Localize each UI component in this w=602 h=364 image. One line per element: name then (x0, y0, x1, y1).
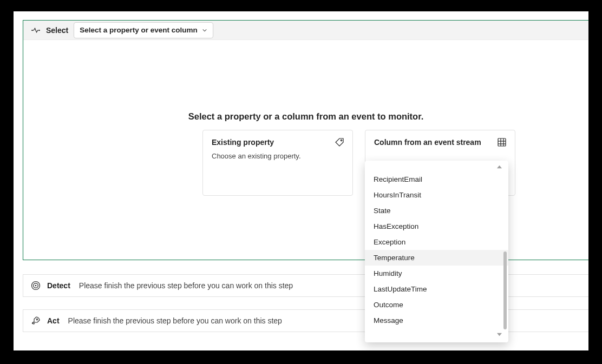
act-title: Act (47, 316, 60, 325)
existing-property-subtitle: Choose an existing property. (212, 152, 344, 160)
existing-property-title: Existing property (212, 138, 274, 147)
svg-point-11 (36, 319, 38, 320)
column-list-popover: RecipientEmailHoursInTransitStateHasExce… (365, 161, 508, 342)
select-target-dropdown[interactable]: Select a property or event column (74, 22, 213, 38)
detect-message: Please finish the previous step before y… (79, 281, 293, 290)
pulse-icon (31, 27, 41, 34)
column-option[interactable]: Temperature (365, 250, 508, 266)
chevron-down-icon (202, 28, 207, 33)
existing-property-card[interactable]: Existing property Choose an existing pro… (202, 130, 353, 196)
rocket-icon (31, 316, 41, 326)
column-option[interactable]: Humidity (365, 266, 508, 281)
column-option[interactable]: Message (365, 313, 508, 328)
column-option[interactable]: LastUpdateTime (365, 281, 508, 297)
svg-point-2 (341, 140, 342, 141)
column-option[interactable]: HoursInTransit (365, 187, 508, 203)
detect-title: Detect (47, 281, 70, 290)
scroll-up-arrow[interactable] (365, 161, 508, 171)
column-option[interactable]: State (365, 203, 508, 219)
select-headline: Select a property or a column from an ev… (23, 111, 588, 122)
column-option[interactable]: Outcome (365, 297, 508, 313)
column-option[interactable]: RecipientEmail (365, 171, 508, 187)
svg-point-1 (39, 29, 40, 30)
select-step-title: Select (46, 26, 68, 35)
select-target-dropdown-label: Select a property or event column (80, 26, 198, 34)
scroll-down-arrow[interactable] (365, 328, 508, 339)
scrollbar-thumb[interactable] (503, 252, 507, 329)
table-icon (498, 138, 506, 147)
column-option[interactable]: HasException (365, 219, 508, 234)
svg-rect-3 (498, 138, 506, 146)
svg-point-10 (35, 285, 37, 287)
select-header: Select Select a property or event column (23, 21, 588, 40)
event-stream-title: Column from an event stream (374, 138, 481, 147)
target-icon (31, 281, 41, 290)
tag-icon (335, 138, 344, 147)
column-option[interactable]: Exception (365, 234, 508, 250)
act-message: Please finish the previous step before y… (68, 316, 282, 325)
